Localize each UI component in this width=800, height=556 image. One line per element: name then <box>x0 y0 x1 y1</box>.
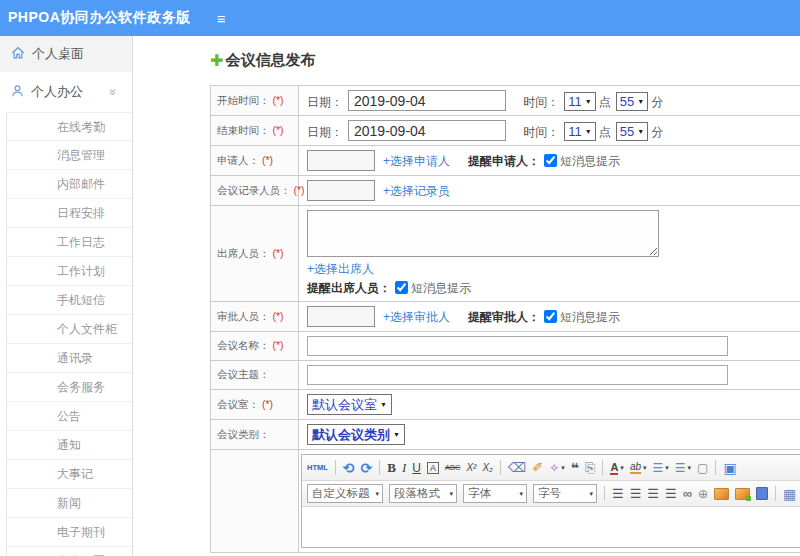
remind-approver-label: 提醒审批人： <box>468 310 540 324</box>
start-hour-select[interactable]: 11▼ <box>564 92 595 111</box>
sidebar-submenu-item[interactable]: 通讯录 <box>7 344 132 373</box>
eraser-icon[interactable]: ⌫ <box>508 460 526 475</box>
font-size-select[interactable]: 字号▾ <box>533 484 597 503</box>
font-color-dropdown[interactable]: A▾ <box>610 461 623 475</box>
highlight-icon: ab <box>630 461 641 474</box>
undo-icon[interactable]: ⟲ <box>343 460 355 476</box>
hour-unit: 点 <box>599 125 611 139</box>
end-date-input[interactable] <box>348 120 506 141</box>
sidebar-item-office[interactable]: 个人办公 » <box>0 72 132 112</box>
editor-toolbar-1: HTML ⟲ ⟳ B I U A ABC X² <box>302 455 800 481</box>
ordered-list-dropdown[interactable]: ☰▾ <box>653 461 669 475</box>
link-icon[interactable]: ∞ <box>683 486 692 501</box>
fullscreen-icon[interactable]: ▣ <box>723 460 736 476</box>
align-left-icon[interactable]: ☰ <box>612 486 624 501</box>
field-label: 会议主题： <box>211 361 299 390</box>
end-minute-select[interactable]: 55▼ <box>616 122 648 141</box>
sidebar-item-settings[interactable]: 个人设置 » <box>7 547 132 556</box>
sidebar-submenu-item[interactable]: 内部邮件 <box>7 170 132 199</box>
subscript-icon[interactable]: X₂ <box>482 462 492 473</box>
underline-icon[interactable]: U <box>412 461 421 475</box>
strikethrough-icon[interactable]: ABC <box>445 463 460 472</box>
field-label: 出席人员：(*) <box>211 206 299 302</box>
anchor-icon[interactable]: ⊕ <box>698 487 708 501</box>
editor-content-area[interactable] <box>302 507 800 547</box>
row-approver: 审批人员：(*) +选择审批人提醒审批人：短消息提示 <box>211 302 800 332</box>
recorder-input[interactable] <box>307 180 375 201</box>
sidebar-submenu-item[interactable]: 电子期刊 <box>7 518 132 547</box>
bold-icon[interactable]: B <box>387 460 396 476</box>
sidebar-submenu-item[interactable]: 日程安排 <box>7 199 132 228</box>
meeting-topic-input[interactable] <box>307 365 728 385</box>
font-box-icon[interactable]: A <box>427 462 439 474</box>
unordered-list-dropdown[interactable]: ☰▾ <box>675 461 691 475</box>
sidebar-submenu-item[interactable]: 工作日志 <box>7 228 132 257</box>
sidebar-submenu-item[interactable]: 手机短信 <box>7 286 132 315</box>
start-minute-select[interactable]: 55▼ <box>616 92 648 111</box>
start-date-input[interactable] <box>348 90 506 111</box>
justify-icon[interactable]: ☰ <box>665 486 677 501</box>
toolbar-divider <box>379 460 380 475</box>
insert-image-plus-icon[interactable] <box>735 488 750 500</box>
sidebar-submenu-item[interactable]: 新闻 <box>7 489 132 518</box>
date-label: 日期： <box>307 95 343 109</box>
select-applicant-link[interactable]: +选择申请人 <box>383 154 450 168</box>
attendees-textarea[interactable] <box>307 210 659 257</box>
meeting-name-input[interactable] <box>307 336 728 356</box>
end-hour-select[interactable]: 11▼ <box>564 122 595 141</box>
paragraph-format-select[interactable]: 段落格式▾ <box>389 484 457 503</box>
blockquote-icon[interactable]: ❝ <box>571 460 579 476</box>
sms-label: 短消息提示 <box>560 310 620 324</box>
required-marker: (*) <box>262 154 273 166</box>
dropdown-arrow-icon: ▼ <box>637 98 644 105</box>
home-icon <box>11 46 25 63</box>
select-recorder-link[interactable]: +选择记录员 <box>383 184 450 198</box>
sidebar-item-desktop[interactable]: 个人桌面 <box>0 36 132 72</box>
row-end-time: 结束时间：(*) 日期： 时间：11▼点55▼分 <box>211 116 800 146</box>
chevron-double-down-icon: » <box>107 89 121 96</box>
highlight-dropdown[interactable]: ab▾ <box>630 461 647 474</box>
meeting-room-select[interactable]: 默认会议室▼ <box>307 394 392 415</box>
superscript-icon[interactable]: X² <box>466 462 476 473</box>
row-applicant: 申请人：(*) +选择申请人提醒申请人：短消息提示 <box>211 146 800 176</box>
sidebar-submenu-item[interactable]: 通知 <box>7 431 132 460</box>
required-marker: (*) <box>294 184 305 196</box>
redo-icon[interactable]: ⟳ <box>361 460 373 476</box>
insert-table-icon[interactable]: ▦ <box>783 486 796 502</box>
insert-media-icon[interactable] <box>756 487 768 500</box>
sms-checkbox[interactable] <box>544 310 557 323</box>
font-family-select[interactable]: 字体▾ <box>463 484 527 503</box>
applicant-input[interactable] <box>307 150 375 171</box>
select-attendees-link[interactable]: +选择出席人 <box>307 262 374 276</box>
align-center-icon[interactable]: ☰ <box>630 486 642 501</box>
field-label: 会议名称：(*) <box>211 332 299 361</box>
app-title: PHPOA协同办公软件政务版 <box>0 9 191 27</box>
italic-icon[interactable]: I <box>402 460 406 476</box>
html-source-button[interactable]: HTML <box>307 463 328 472</box>
brush-icon[interactable]: ✐ <box>532 460 543 475</box>
select-approver-link[interactable]: +选择审批人 <box>383 310 450 324</box>
field-label: 会议记录人员：(*) <box>211 176 299 206</box>
sidebar-submenu-item[interactable]: 在线考勤 <box>7 112 132 141</box>
paste-icon[interactable]: ⎘ <box>585 460 595 476</box>
sidebar-submenu-item[interactable]: 大事记 <box>7 460 132 489</box>
sidebar-submenu-item[interactable]: 个人文件柜 <box>7 315 132 344</box>
sidebar-submenu-item[interactable]: 公告 <box>7 402 132 431</box>
new-page-icon[interactable]: ▢ <box>697 461 708 475</box>
meeting-category-select[interactable]: 默认会议类别▼ <box>307 424 405 445</box>
sms-checkbox[interactable] <box>544 154 557 167</box>
time-label: 时间： <box>523 125 559 139</box>
sidebar-submenu-item[interactable]: 会务服务 <box>7 373 132 402</box>
sms-checkbox[interactable] <box>395 281 408 294</box>
add-icon: ✚ <box>210 53 223 69</box>
align-right-icon[interactable]: ☰ <box>647 486 659 501</box>
hamburger-menu-icon[interactable]: ≡ <box>217 10 226 27</box>
sidebar: 个人桌面 个人办公 » 在线考勤 消息管理 内部邮件 日程安排 工作日志 工作计… <box>0 36 133 556</box>
insert-image-icon[interactable] <box>714 488 729 500</box>
field-label: 开始时间：(*) <box>211 86 299 116</box>
sidebar-submenu-item[interactable]: 工作计划 <box>7 257 132 286</box>
sidebar-submenu-item[interactable]: 消息管理 <box>7 141 132 170</box>
styles-dropdown[interactable]: ✧▾ <box>549 461 565 475</box>
heading-select[interactable]: 自定义标题▾ <box>307 484 383 503</box>
approver-input[interactable] <box>307 306 375 327</box>
